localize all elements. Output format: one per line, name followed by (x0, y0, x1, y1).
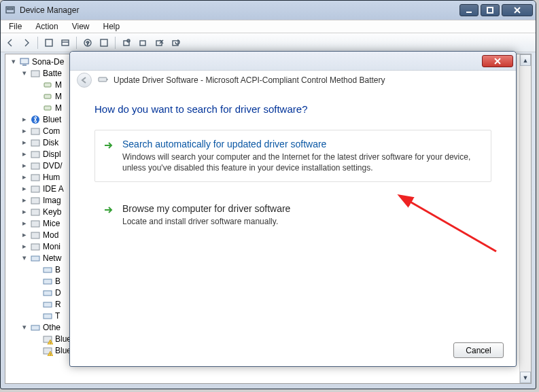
option-browse-title: Browse my computer for driver software (122, 203, 481, 214)
tb-show[interactable] (41, 35, 56, 50)
titlebar[interactable]: Device Manager (1, 1, 536, 20)
tree-spacer (33, 104, 40, 111)
maximize-button[interactable] (481, 4, 500, 16)
tree-item-label: R (55, 300, 61, 309)
svg-rect-43 (31, 325, 39, 330)
expand-icon[interactable]: ▸ (20, 150, 28, 158)
tree-spacer (33, 266, 40, 273)
tree-item-label: Netw (43, 253, 61, 263)
svg-rect-22 (44, 83, 51, 87)
close-button[interactable] (502, 4, 533, 16)
menu-help[interactable]: Help (98, 20, 126, 33)
svg-rect-23 (44, 94, 51, 99)
tree-item-label: Hum (43, 173, 60, 182)
modal-close-button[interactable] (482, 55, 513, 67)
collapse-icon[interactable]: ▾ (20, 69, 28, 77)
cancel-button[interactable]: Cancel (453, 342, 504, 358)
expand-icon[interactable]: ▸ (20, 162, 28, 169)
svg-rect-7 (62, 40, 69, 46)
tb-back[interactable] (3, 35, 18, 50)
tree-item-label: B (55, 265, 60, 274)
svg-rect-38 (44, 268, 52, 272)
tree-item-label: Mice (43, 219, 60, 228)
svg-rect-26 (31, 128, 39, 135)
svg-rect-52 (99, 77, 107, 82)
tree-item-label: Displ (43, 149, 61, 159)
svg-rect-31 (31, 186, 39, 192)
menu-action[interactable]: Action (30, 20, 63, 33)
expand-icon[interactable]: ▸ (20, 115, 28, 123)
svg-rect-42 (44, 314, 52, 319)
svg-rect-19 (20, 58, 29, 64)
minimize-button[interactable] (459, 4, 479, 16)
svg-rect-24 (44, 106, 51, 110)
tree-item-label: B (55, 277, 60, 286)
svg-rect-39 (44, 279, 52, 284)
tb-disable[interactable] (135, 35, 150, 50)
toolbar: ? (1, 33, 536, 52)
expand-icon[interactable]: ▸ (20, 127, 28, 135)
window-title: Device Manager (20, 5, 79, 15)
modal-titlebar[interactable] (70, 52, 516, 71)
tb-help[interactable]: ? (80, 35, 95, 50)
back-arrow-icon[interactable] (77, 73, 92, 88)
tb-update[interactable] (119, 35, 134, 50)
tb-forward[interactable] (19, 35, 34, 50)
menu-view[interactable]: View (67, 20, 95, 33)
option-search-auto[interactable]: Search automatically for updated driver … (94, 130, 491, 182)
tree-item-label: Keyb (43, 207, 61, 217)
tree-spacer (33, 277, 40, 285)
tb-scan[interactable] (97, 35, 111, 50)
tree-spacer (33, 289, 40, 296)
svg-text:?: ? (86, 40, 90, 46)
menubar: File Action View Help (1, 20, 536, 33)
collapse-icon[interactable]: ▾ (20, 254, 28, 262)
expand-icon[interactable]: ▸ (20, 243, 28, 250)
expand-icon[interactable]: ▸ (20, 196, 28, 204)
tree-spacer (33, 92, 40, 100)
expand-icon[interactable]: ▸ (20, 219, 28, 227)
svg-rect-40 (44, 291, 52, 296)
update-driver-dialog: Update Driver Software - Microsoft ACPI-… (69, 51, 517, 367)
expand-icon[interactable]: ▸ (20, 208, 28, 215)
svg-rect-20 (22, 65, 27, 66)
tree-item-label: Batte (43, 69, 62, 78)
tb-rescan[interactable] (168, 35, 183, 50)
tree-item-label: Othe (43, 323, 60, 332)
tree-item-label: IDE A (43, 184, 64, 194)
tree-item-label: M (55, 80, 62, 90)
svg-rect-27 (31, 140, 39, 146)
tree-spacer (33, 300, 40, 308)
svg-rect-53 (107, 79, 108, 80)
expand-icon[interactable]: ▸ (20, 173, 28, 181)
tree-spacer (33, 81, 40, 88)
svg-rect-32 (31, 198, 39, 204)
option-browse[interactable]: Browse my computer for driver software L… (94, 194, 491, 236)
expand-icon[interactable]: ▸ (20, 231, 28, 238)
svg-rect-6 (46, 39, 52, 46)
tb-props[interactable] (58, 35, 73, 50)
svg-rect-21 (31, 71, 39, 77)
collapse-icon[interactable]: ▾ (20, 323, 28, 331)
svg-rect-11 (101, 39, 107, 46)
scroll-down-button[interactable]: ▼ (520, 372, 531, 383)
tb-uninstall[interactable] (152, 35, 167, 50)
tree-item-label: Sona-De (32, 57, 64, 67)
tree-item-label: T (55, 311, 60, 321)
collapse-icon[interactable]: ▾ (10, 58, 17, 65)
svg-rect-33 (31, 209, 39, 215)
tree-item-label: Mod (43, 230, 58, 240)
expand-icon[interactable]: ▸ (20, 139, 28, 146)
svg-rect-41 (44, 302, 52, 307)
svg-rect-30 (31, 175, 39, 181)
expand-icon[interactable]: ▸ (20, 185, 28, 192)
menu-file[interactable]: File (3, 20, 27, 33)
tree-spacer (33, 312, 40, 319)
scrollbar-vertical[interactable]: ▲ ▼ (519, 54, 531, 383)
svg-rect-34 (31, 221, 39, 227)
scroll-up-button[interactable]: ▲ (520, 54, 531, 66)
svg-rect-29 (31, 163, 39, 169)
tree-item-label: DVD/ (43, 161, 63, 171)
arrow-right-icon (103, 140, 114, 151)
tree-item-label: Imag (43, 196, 61, 205)
